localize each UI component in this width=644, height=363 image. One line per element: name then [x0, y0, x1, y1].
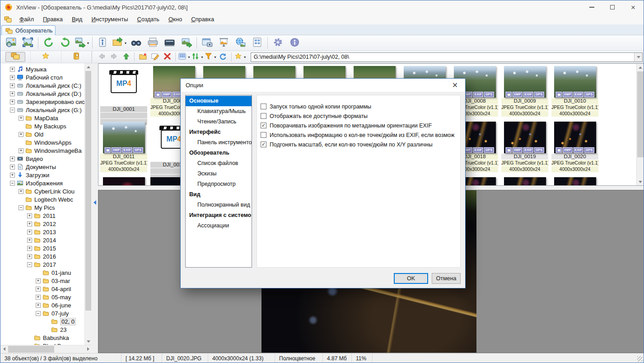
forward-button[interactable] — [108, 52, 120, 62]
tree-expand-toggle[interactable]: + — [10, 156, 15, 161]
dialog-title-bar[interactable]: Опции ✕ — [181, 79, 465, 92]
folders-pane-button[interactable] — [5, 52, 25, 62]
convert-button[interactable]: ▼ — [74, 36, 90, 50]
tree-item-07-july[interactable]: −07-july — [0, 309, 84, 317]
splitter-collapse-arrow-icon[interactable] — [93, 193, 97, 212]
tree-item-CyberLink-Clou[interactable]: +CyberLink Clou — [0, 187, 84, 195]
up-button[interactable] — [120, 52, 132, 62]
slideshow-button[interactable] — [215, 36, 232, 50]
menu-Справка[interactable]: Справка — [187, 14, 219, 24]
back-button[interactable] — [96, 52, 107, 62]
category-Основные[interactable]: Основные — [186, 96, 252, 106]
tree-item-BlackBerry[interactable]: BlackBerry — [0, 342, 84, 345]
thumbnail[interactable] — [551, 177, 598, 186]
thumbnail-DJI_0010[interactable]: XMPEXIFGPSDJI_0010JPEG TrueColor (v1.1)4… — [551, 66, 598, 117]
thumbnail-DJI_0011[interactable]: XMPEXIFGPSDJI_0011JPEG TrueColor (v1.1)4… — [100, 122, 147, 172]
tree-item--[interactable]: +Музыка — [0, 65, 84, 73]
tree-item-23[interactable]: 23 — [0, 325, 84, 334]
checkbox-checked[interactable]: ✓ — [261, 123, 266, 128]
tree-item-2017[interactable]: −2017 — [0, 260, 84, 269]
menu-Правка[interactable]: Правка — [38, 14, 67, 24]
settings-button[interactable] — [270, 36, 286, 50]
dropdown-caret-icon[interactable]: ▼ — [87, 42, 90, 45]
tree-item-Babushka[interactable]: Babushka — [0, 334, 84, 342]
tree-expand-toggle[interactable]: + — [10, 75, 15, 80]
menu-Файл[interactable]: Файл — [15, 14, 38, 24]
resize-grip[interactable] — [637, 356, 643, 362]
browse-image-button[interactable] — [3, 36, 19, 50]
thumbnail-DJI_0019[interactable]: XMPEXIFGPSDJI_0019JPEG TrueColor (v1.1)4… — [501, 122, 548, 172]
category-Интеграция-с-системой[interactable]: Интеграция с системой — [186, 210, 252, 221]
tree-item-2015[interactable]: +2015 — [0, 244, 84, 252]
option-row[interactable]: ✓Подгонять масштаб, если кол-во точек/дю… — [261, 140, 460, 149]
capture-button[interactable] — [199, 36, 215, 50]
tree-item-2012[interactable]: +2012 — [0, 220, 84, 228]
dropdown-caret-icon[interactable]: ▼ — [187, 56, 191, 59]
tree-expand-toggle[interactable]: + — [27, 254, 32, 259]
tree-item-2013[interactable]: +2013 — [0, 228, 84, 236]
tree-expand-toggle[interactable]: + — [36, 278, 41, 283]
browser-vertical-scrollbar[interactable] — [636, 64, 644, 185]
tree-expand-toggle[interactable]: − — [36, 311, 41, 316]
tree-item-05-may[interactable]: +05-may — [0, 293, 84, 301]
menu-Окно[interactable]: Окно — [164, 14, 187, 24]
tree-vertical-scrollbar[interactable] — [84, 63, 92, 345]
tree-expand-toggle[interactable]: + — [19, 132, 23, 137]
tree-item-02-0[interactable]: 02, 0 — [0, 317, 84, 325]
checkbox-unchecked[interactable] — [261, 132, 266, 138]
address-input[interactable] — [251, 53, 634, 61]
tree-expand-toggle[interactable]: + — [36, 287, 41, 292]
sort-button[interactable]: ▼ — [191, 52, 204, 62]
tree-expand-toggle[interactable]: + — [27, 238, 32, 243]
tree-item--C-[interactable]: +Локальный диск (C:) — [0, 81, 84, 90]
thumbnail[interactable] — [100, 177, 147, 186]
tree-expand-toggle[interactable]: + — [10, 67, 15, 72]
tree-expand-toggle[interactable]: + — [19, 189, 23, 194]
thumbnail-DJI_0001[interactable]: MP4DJI_0001 — [100, 66, 147, 125]
tree-item--G-[interactable]: −Локальный диск (G:) — [0, 106, 84, 114]
favorite-star-button[interactable]: ▼ — [234, 52, 247, 62]
tree-splitter[interactable] — [92, 63, 98, 353]
tree-expand-toggle[interactable]: − — [10, 108, 15, 113]
rotate-cw-button[interactable] — [57, 36, 74, 50]
cancel-button[interactable]: Отмена — [432, 273, 461, 284]
tab-browser[interactable]: Обозреватель — [1, 25, 56, 35]
tree-item-My-Backups[interactable]: My Backups — [0, 122, 84, 130]
dropdown-caret-icon[interactable]: ▼ — [124, 42, 127, 45]
tree-item--[interactable]: −Изображения — [0, 179, 84, 187]
tree-expand-toggle[interactable]: + — [10, 91, 15, 96]
thumbnail[interactable] — [501, 177, 548, 186]
thumbnail-DJI_0020[interactable]: XMPEXIFGPSDJI_0020JPEG TrueColor (v1.1)4… — [551, 122, 598, 172]
maximize-button[interactable] — [602, 0, 623, 14]
tree-expand-toggle[interactable]: + — [10, 173, 15, 178]
tree-item--[interactable]: +Зарезервировано сис — [0, 98, 84, 106]
thumbnail-DJI_0009[interactable]: XMPEXIFGPSDJI_0009JPEG TrueColor (v1.1)4… — [501, 66, 548, 117]
dropdown-caret-icon[interactable]: ▼ — [201, 56, 204, 59]
menu-Создать[interactable]: Создать — [132, 14, 163, 24]
info-button[interactable] — [286, 36, 303, 50]
filter-button[interactable]: ▼ — [204, 52, 217, 62]
option-row[interactable]: ✓Поворачивать изображения по метаданным … — [261, 121, 460, 130]
favorites-pane-button[interactable] — [36, 52, 56, 62]
checkbox-unchecked[interactable] — [261, 113, 266, 119]
properties-button[interactable] — [94, 36, 111, 50]
ok-button[interactable]: OK — [394, 273, 428, 284]
tree-expand-toggle[interactable]: − — [10, 181, 15, 186]
tree-item-04-april[interactable]: +04-april — [0, 285, 84, 293]
tree-expand-toggle[interactable]: + — [36, 303, 41, 308]
tree-item-Old[interactable]: +Old — [0, 130, 84, 138]
tree-expand-toggle[interactable]: + — [10, 83, 15, 88]
option-row[interactable]: Запуск только одной копии программы — [261, 102, 460, 111]
dropdown-caret-icon[interactable]: ▼ — [214, 56, 217, 59]
category-Клавиатура-Мышь[interactable]: Клавиатура/Мышь — [186, 106, 252, 117]
tree-item-2014[interactable]: +2014 — [0, 236, 84, 244]
tree-expand-toggle[interactable]: + — [36, 295, 41, 300]
tree-expand-toggle[interactable]: + — [19, 148, 23, 153]
delete-button[interactable] — [161, 52, 173, 62]
close-button[interactable]: × — [623, 0, 644, 14]
tree-expand-toggle[interactable]: + — [27, 222, 32, 226]
tree-item-2016[interactable]: +2016 — [0, 252, 84, 260]
menu-Вид[interactable]: Вид — [67, 14, 87, 24]
tree-expand-toggle[interactable]: − — [19, 205, 23, 210]
tree-item--[interactable]: +Видео — [0, 155, 84, 163]
